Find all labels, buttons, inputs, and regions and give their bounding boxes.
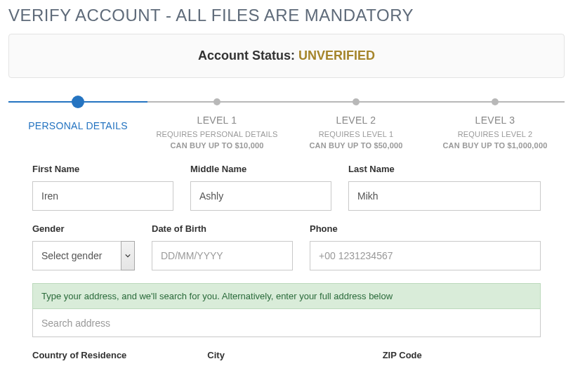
first-name-label: First Name: [32, 164, 173, 174]
step-limit: CAN BUY UP TO $1,000,000: [426, 141, 565, 150]
middle-name-label: Middle Name: [190, 164, 331, 174]
dob-field[interactable]: [152, 241, 293, 270]
step-level-3[interactable]: LEVEL 3 REQUIRES LEVEL 2 CAN BUY UP TO $…: [426, 98, 565, 150]
step-requires: REQUIRES LEVEL 2: [426, 130, 565, 138]
step-limit: CAN BUY UP TO $50,000: [286, 141, 426, 150]
step-level-2[interactable]: LEVEL 2 REQUIRES LEVEL 1 CAN BUY UP TO $…: [286, 98, 426, 150]
last-name-label: Last Name: [348, 164, 541, 174]
step-personal-details[interactable]: PERSONAL DETAILS: [8, 98, 147, 150]
step-label: LEVEL 1: [147, 115, 286, 126]
step-level-1[interactable]: LEVEL 1 REQUIRES PERSONAL DETAILS CAN BU…: [147, 98, 286, 150]
status-value: UNVERIFIED: [298, 48, 375, 63]
country-label: Country of Residence: [32, 350, 190, 360]
phone-field[interactable]: [310, 241, 541, 270]
step-dot-icon: [492, 98, 499, 105]
step-label: LEVEL 2: [286, 115, 426, 126]
city-label: City: [207, 350, 365, 360]
step-dot-icon: [353, 98, 360, 105]
step-limit: CAN BUY UP TO $10,000: [147, 141, 286, 150]
step-requires: REQUIRES PERSONAL DETAILS: [147, 130, 286, 138]
last-name-field[interactable]: [348, 181, 541, 211]
step-dot-icon: [213, 98, 220, 105]
form: First Name Middle Name Last Name Gender …: [32, 164, 541, 367]
step-label: LEVEL 3: [426, 115, 565, 126]
search-address-field[interactable]: [32, 309, 541, 337]
middle-name-field[interactable]: [190, 181, 331, 211]
step-dot-icon: [72, 96, 84, 108]
account-status-box: Account Status: UNVERIFIED: [8, 34, 565, 78]
page-title: VERIFY ACCOUNT - ALL FILES ARE MANDATORY: [0, 0, 573, 34]
address-hint: Type your address, and we'll search for …: [32, 283, 541, 309]
zip-label: ZIP Code: [383, 350, 541, 360]
step-label: PERSONAL DETAILS: [8, 120, 147, 131]
step-requires: REQUIRES LEVEL 1: [286, 130, 426, 138]
stepper: PERSONAL DETAILS LEVEL 1 REQUIRES PERSON…: [8, 98, 565, 150]
dob-label: Date of Birth: [152, 223, 293, 234]
first-name-field[interactable]: [32, 181, 173, 211]
phone-label: Phone: [310, 223, 541, 234]
gender-select[interactable]: Select gender: [32, 241, 135, 270]
status-label: Account Status:: [198, 48, 298, 63]
gender-label: Gender: [32, 223, 135, 234]
